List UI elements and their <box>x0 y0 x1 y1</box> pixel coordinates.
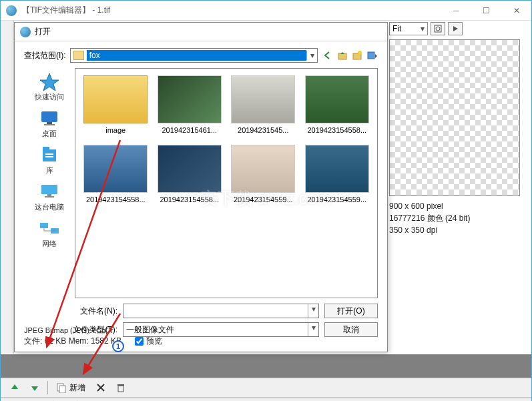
svg-rect-13 <box>47 194 51 196</box>
file-list[interactable]: image 201942315461... 20194231545... <box>75 68 378 298</box>
app-icon <box>6 5 17 16</box>
move-down-button[interactable] <box>27 380 42 395</box>
move-up-button[interactable] <box>7 380 22 395</box>
play-button[interactable] <box>448 22 463 35</box>
copy-icon <box>56 382 67 393</box>
status-bar: 当前位置插入新页面新图像 <box>1 398 531 401</box>
back-icon[interactable] <box>322 49 334 61</box>
close-button[interactable]: ✕ <box>501 1 531 21</box>
places-sidebar: 快速访问 桌面 库 这台电脑 <box>24 68 75 298</box>
dialog-titlebar: 打开 <box>15 23 387 41</box>
maximize-button[interactable]: ☐ <box>471 1 501 21</box>
new-folder-icon[interactable] <box>351 49 363 61</box>
file-item[interactable]: 201942315461... <box>156 75 224 134</box>
svg-rect-15 <box>40 223 48 228</box>
file-item[interactable]: 20194231545... <box>230 75 297 134</box>
up-folder-icon[interactable] <box>336 49 348 61</box>
format-info: JPEG Bitmap (JPG) YCbCr <box>24 325 378 336</box>
place-quick-access[interactable]: 快速访问 <box>35 72 64 102</box>
chevron-down-icon[interactable]: ▾ <box>421 24 425 33</box>
open-dialog: 打开 查找范围(I): fox ▾ <box>14 22 388 352</box>
place-library[interactable]: 库 <box>39 145 60 175</box>
open-button[interactable]: 打开(O) <box>324 304 378 318</box>
minimize-button[interactable]: ─ <box>441 1 471 21</box>
image-dpi: 350 x 350 dpi <box>389 224 523 236</box>
svg-rect-22 <box>117 384 124 386</box>
file-item[interactable]: 2019423154559... <box>230 145 297 204</box>
dialog-icon <box>20 27 31 37</box>
svg-rect-20 <box>59 386 65 393</box>
svg-rect-11 <box>45 156 53 157</box>
svg-rect-14 <box>45 196 54 197</box>
bottom-toolbar: 新增 <box>1 378 531 398</box>
memory-info: 文件: 62 KB Mem: 1582 KB <box>24 336 121 346</box>
svg-marker-4 <box>40 73 59 91</box>
svg-rect-7 <box>44 124 55 125</box>
main-titlebar: 【TIF文件编辑器】 - 1.tif ─ ☐ ✕ <box>1 1 531 21</box>
preview-checkbox[interactable]: 预览 <box>135 336 162 346</box>
file-item[interactable]: 2019423154559... <box>304 145 371 204</box>
view-menu-icon[interactable] <box>366 49 378 61</box>
look-in-label: 查找范围(I): <box>24 50 66 61</box>
place-desktop[interactable]: 桌面 <box>39 109 60 139</box>
preview-canvas <box>389 39 520 196</box>
file-item-folder[interactable]: image <box>82 75 150 134</box>
delete-button[interactable] <box>93 380 108 395</box>
new-page-button[interactable]: 新增 <box>53 380 88 395</box>
chevron-down-icon[interactable]: ▾ <box>306 51 317 60</box>
file-item[interactable]: 2019423154558... <box>156 145 224 204</box>
dialog-title: 打开 <box>35 26 51 37</box>
filename-input[interactable]: ▾ <box>123 304 319 318</box>
place-this-pc[interactable]: 这台电脑 <box>35 182 64 212</box>
trash-button[interactable] <box>113 380 128 395</box>
svg-rect-8 <box>43 149 56 161</box>
image-dimensions: 900 x 600 pixel <box>389 200 523 212</box>
page-strip <box>1 354 531 378</box>
svg-rect-10 <box>45 153 53 155</box>
svg-rect-3 <box>368 52 374 59</box>
left-ruler <box>1 21 14 354</box>
svg-rect-6 <box>47 122 52 124</box>
svg-rect-12 <box>41 185 57 194</box>
folder-icon <box>73 51 84 60</box>
place-network[interactable]: 网络 <box>39 219 60 249</box>
chevron-down-icon[interactable]: ▾ <box>308 304 318 318</box>
zoom-fit-button[interactable] <box>431 22 445 35</box>
window-title: 【TIF文件编辑器】 - 1.tif <box>22 5 441 16</box>
file-item[interactable]: 2019423154558... <box>304 75 371 134</box>
folder-name: fox <box>87 50 306 61</box>
svg-rect-9 <box>43 147 49 151</box>
file-item[interactable]: 2019423154558... <box>82 145 150 204</box>
look-in-dropdown[interactable]: fox ▾ <box>70 48 318 63</box>
svg-rect-0 <box>338 53 346 59</box>
svg-point-2 <box>358 51 362 55</box>
image-colors: 16777216 颜色 (24 bit) <box>389 212 523 224</box>
svg-point-18 <box>436 27 440 31</box>
svg-rect-5 <box>41 111 57 122</box>
annotation-badge-1: 1 <box>112 340 124 352</box>
svg-rect-21 <box>118 386 123 392</box>
filename-label: 文件名(N): <box>24 306 117 317</box>
zoom-dropdown[interactable]: Fit ▾ <box>389 22 428 35</box>
